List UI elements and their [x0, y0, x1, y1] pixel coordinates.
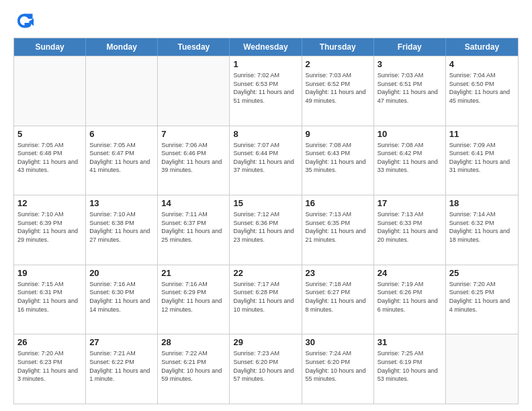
day-number: 15 [233, 198, 298, 208]
day-number: 4 [449, 59, 515, 69]
day-of-week-header: Thursday [302, 38, 374, 56]
calendar-header: SundayMondayTuesdayWednesdayThursdayFrid… [14, 38, 518, 56]
calendar-cell: 23Sunrise: 7:18 AM Sunset: 6:27 PM Dayli… [302, 265, 374, 334]
day-of-week-header: Tuesday [158, 38, 230, 56]
day-of-week-header: Wednesday [230, 38, 302, 56]
day-number: 12 [17, 198, 82, 208]
calendar-body: 1Sunrise: 7:02 AM Sunset: 6:53 PM Daylig… [14, 56, 518, 404]
day-number: 8 [233, 129, 298, 139]
calendar-cell: 14Sunrise: 7:11 AM Sunset: 6:37 PM Dayli… [158, 195, 230, 265]
day-info: Sunrise: 7:10 AM Sunset: 6:38 PM Dayligh… [89, 210, 154, 244]
day-info: Sunrise: 7:20 AM Sunset: 6:23 PM Dayligh… [17, 349, 82, 383]
calendar-cell: 7Sunrise: 7:06 AM Sunset: 6:46 PM Daylig… [158, 126, 230, 195]
day-info: Sunrise: 7:09 AM Sunset: 6:41 PM Dayligh… [449, 141, 515, 175]
day-info: Sunrise: 7:03 AM Sunset: 6:52 PM Dayligh… [306, 71, 370, 105]
day-of-week-header: Monday [86, 38, 158, 56]
day-info: Sunrise: 7:17 AM Sunset: 6:28 PM Dayligh… [233, 280, 298, 314]
day-info: Sunrise: 7:08 AM Sunset: 6:42 PM Dayligh… [378, 141, 442, 175]
day-info: Sunrise: 7:20 AM Sunset: 6:25 PM Dayligh… [449, 280, 515, 314]
calendar-cell: 10Sunrise: 7:08 AM Sunset: 6:42 PM Dayli… [374, 126, 446, 195]
day-info: Sunrise: 7:06 AM Sunset: 6:46 PM Dayligh… [161, 141, 226, 175]
day-number: 13 [89, 198, 154, 208]
day-number: 10 [378, 129, 442, 139]
day-number: 17 [378, 198, 442, 208]
calendar-cell: 9Sunrise: 7:08 AM Sunset: 6:43 PM Daylig… [302, 126, 374, 195]
day-info: Sunrise: 7:12 AM Sunset: 6:36 PM Dayligh… [233, 210, 298, 244]
calendar-week: 12Sunrise: 7:10 AM Sunset: 6:39 PM Dayli… [14, 195, 518, 265]
logo [13, 11, 36, 31]
day-info: Sunrise: 7:03 AM Sunset: 6:51 PM Dayligh… [378, 71, 442, 105]
calendar-cell: 8Sunrise: 7:07 AM Sunset: 6:44 PM Daylig… [230, 126, 302, 195]
day-number: 28 [161, 337, 226, 347]
day-number: 9 [306, 129, 370, 139]
calendar-cell: 2Sunrise: 7:03 AM Sunset: 6:52 PM Daylig… [302, 56, 374, 126]
calendar-week: 1Sunrise: 7:02 AM Sunset: 6:53 PM Daylig… [14, 56, 518, 126]
logo-icon [13, 11, 34, 31]
day-of-week-header: Saturday [446, 38, 518, 56]
calendar-cell: 15Sunrise: 7:12 AM Sunset: 6:36 PM Dayli… [230, 195, 302, 265]
calendar-cell: 17Sunrise: 7:13 AM Sunset: 6:33 PM Dayli… [374, 195, 446, 265]
day-info: Sunrise: 7:25 AM Sunset: 6:19 PM Dayligh… [378, 349, 442, 383]
calendar-cell: 20Sunrise: 7:16 AM Sunset: 6:30 PM Dayli… [86, 265, 158, 334]
calendar-cell: 30Sunrise: 7:24 AM Sunset: 6:20 PM Dayli… [302, 334, 374, 404]
calendar-cell [446, 334, 518, 404]
day-number: 23 [306, 268, 370, 278]
day-info: Sunrise: 7:19 AM Sunset: 6:26 PM Dayligh… [378, 280, 442, 314]
calendar: SundayMondayTuesdayWednesdayThursdayFrid… [13, 38, 519, 404]
calendar-cell: 16Sunrise: 7:13 AM Sunset: 6:35 PM Dayli… [302, 195, 374, 265]
day-info: Sunrise: 7:22 AM Sunset: 6:21 PM Dayligh… [161, 349, 226, 383]
calendar-cell: 22Sunrise: 7:17 AM Sunset: 6:28 PM Dayli… [230, 265, 302, 334]
calendar-week: 26Sunrise: 7:20 AM Sunset: 6:23 PM Dayli… [14, 334, 518, 404]
calendar-cell: 27Sunrise: 7:21 AM Sunset: 6:22 PM Dayli… [86, 334, 158, 404]
day-number: 6 [89, 129, 154, 139]
calendar-cell: 5Sunrise: 7:05 AM Sunset: 6:48 PM Daylig… [14, 126, 86, 195]
day-info: Sunrise: 7:24 AM Sunset: 6:20 PM Dayligh… [306, 349, 370, 383]
day-number: 27 [89, 337, 154, 347]
day-number: 2 [306, 59, 370, 69]
calendar-week: 19Sunrise: 7:15 AM Sunset: 6:31 PM Dayli… [14, 265, 518, 334]
day-number: 19 [17, 268, 82, 278]
page: SundayMondayTuesdayWednesdayThursdayFrid… [0, 0, 532, 411]
day-info: Sunrise: 7:07 AM Sunset: 6:44 PM Dayligh… [233, 141, 298, 175]
day-of-week-header: Sunday [14, 38, 86, 56]
day-info: Sunrise: 7:13 AM Sunset: 6:35 PM Dayligh… [306, 210, 370, 244]
day-info: Sunrise: 7:15 AM Sunset: 6:31 PM Dayligh… [17, 280, 82, 314]
calendar-cell: 31Sunrise: 7:25 AM Sunset: 6:19 PM Dayli… [374, 334, 446, 404]
day-number: 25 [449, 268, 515, 278]
calendar-cell [14, 56, 86, 126]
calendar-cell: 19Sunrise: 7:15 AM Sunset: 6:31 PM Dayli… [14, 265, 86, 334]
calendar-cell: 13Sunrise: 7:10 AM Sunset: 6:38 PM Dayli… [86, 195, 158, 265]
day-info: Sunrise: 7:21 AM Sunset: 6:22 PM Dayligh… [89, 349, 154, 383]
day-number: 29 [233, 337, 298, 347]
calendar-cell: 4Sunrise: 7:04 AM Sunset: 6:50 PM Daylig… [446, 56, 518, 126]
header [13, 11, 519, 31]
day-number: 22 [233, 268, 298, 278]
calendar-cell: 24Sunrise: 7:19 AM Sunset: 6:26 PM Dayli… [374, 265, 446, 334]
day-number: 16 [306, 198, 370, 208]
day-info: Sunrise: 7:16 AM Sunset: 6:29 PM Dayligh… [161, 280, 226, 314]
day-info: Sunrise: 7:04 AM Sunset: 6:50 PM Dayligh… [449, 71, 515, 105]
day-info: Sunrise: 7:05 AM Sunset: 6:48 PM Dayligh… [17, 141, 82, 175]
day-number: 7 [161, 129, 226, 139]
calendar-cell: 26Sunrise: 7:20 AM Sunset: 6:23 PM Dayli… [14, 334, 86, 404]
calendar-cell: 6Sunrise: 7:05 AM Sunset: 6:47 PM Daylig… [86, 126, 158, 195]
day-info: Sunrise: 7:08 AM Sunset: 6:43 PM Dayligh… [306, 141, 370, 175]
calendar-cell: 21Sunrise: 7:16 AM Sunset: 6:29 PM Dayli… [158, 265, 230, 334]
day-number: 26 [17, 337, 82, 347]
day-info: Sunrise: 7:14 AM Sunset: 6:32 PM Dayligh… [449, 210, 515, 244]
calendar-cell: 18Sunrise: 7:14 AM Sunset: 6:32 PM Dayli… [446, 195, 518, 265]
calendar-cell: 11Sunrise: 7:09 AM Sunset: 6:41 PM Dayli… [446, 126, 518, 195]
day-info: Sunrise: 7:16 AM Sunset: 6:30 PM Dayligh… [89, 280, 154, 314]
day-info: Sunrise: 7:02 AM Sunset: 6:53 PM Dayligh… [233, 71, 298, 105]
day-info: Sunrise: 7:13 AM Sunset: 6:33 PM Dayligh… [378, 210, 442, 244]
day-number: 18 [449, 198, 515, 208]
day-info: Sunrise: 7:23 AM Sunset: 6:20 PM Dayligh… [233, 349, 298, 383]
calendar-week: 5Sunrise: 7:05 AM Sunset: 6:48 PM Daylig… [14, 126, 518, 195]
day-number: 3 [378, 59, 442, 69]
day-number: 30 [306, 337, 370, 347]
calendar-cell [158, 56, 230, 126]
day-number: 11 [449, 129, 515, 139]
day-info: Sunrise: 7:11 AM Sunset: 6:37 PM Dayligh… [161, 210, 226, 244]
calendar-cell: 3Sunrise: 7:03 AM Sunset: 6:51 PM Daylig… [374, 56, 446, 126]
day-number: 21 [161, 268, 226, 278]
